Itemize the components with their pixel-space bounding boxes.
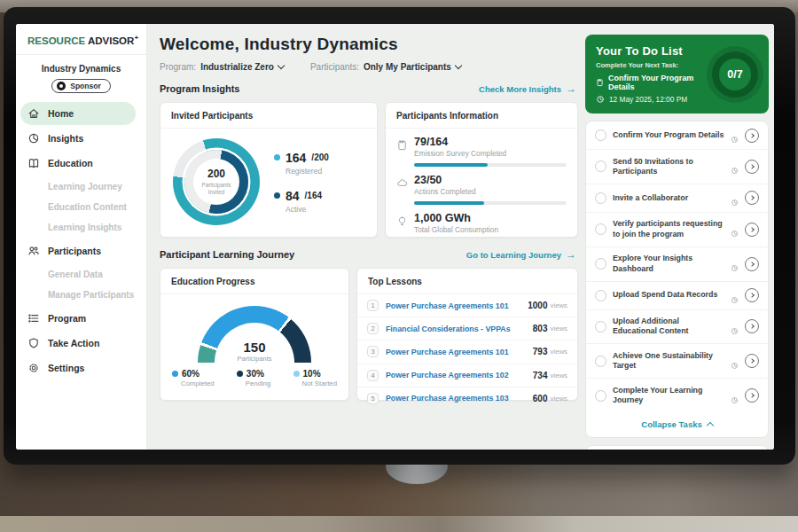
- task-row[interactable]: Invite a Collaborator: [586, 184, 768, 213]
- task-open-button[interactable]: [745, 288, 759, 302]
- sidebar-item-participants[interactable]: Participants: [16, 239, 146, 262]
- next-task-due: 12 May 2025, 12:00 PM: [609, 95, 687, 104]
- task-open-button[interactable]: [745, 319, 759, 333]
- chevron-right-icon: [749, 196, 755, 201]
- top-lessons-card: Top Lessons 1 Power Purchase Agreements …: [356, 268, 578, 401]
- task-open-button[interactable]: [745, 354, 759, 368]
- app-logo: RESOURCE ADVISOR+: [16, 34, 146, 55]
- clock-icon: [731, 323, 739, 331]
- task-row[interactable]: Send 50 Invitations to Participants: [586, 150, 768, 184]
- task-checkbox[interactable]: [595, 356, 606, 367]
- monitor-bezel: RESOURCE ADVISOR+ Industry Dynamics Spon…: [4, 7, 795, 465]
- todo-counter: 0/7: [712, 51, 758, 98]
- lightbulb-icon: [396, 215, 408, 226]
- card-title: Education Progress: [160, 269, 348, 294]
- task-row[interactable]: Explore Your Insights Dashboard: [586, 247, 768, 282]
- clock-icon: [731, 194, 739, 202]
- center-column: Welcome, Industry Dynamics Program: Indu…: [147, 24, 585, 450]
- task-open-button[interactable]: [745, 191, 759, 205]
- task-checkbox[interactable]: [595, 321, 606, 332]
- task-open-button[interactable]: [745, 160, 759, 174]
- invited-donut-chart: 200 Participants Invited: [173, 138, 260, 225]
- legend-active: 84/164 Active: [274, 189, 329, 214]
- chevron-right-icon: [749, 164, 755, 169]
- chevron-right-icon: [749, 133, 755, 138]
- sidebar-item-home[interactable]: Home: [20, 102, 136, 125]
- task-open-button[interactable]: [745, 257, 759, 271]
- task-checkbox[interactable]: [595, 290, 606, 301]
- task-checkbox[interactable]: [595, 129, 606, 141]
- task-checkbox[interactable]: [595, 160, 606, 172]
- chevron-down-icon: [455, 62, 462, 69]
- sidebar-item-learning-insights[interactable]: Learning Insights: [16, 217, 146, 238]
- lesson-row: 2 Financial Considerations - VPPAs 803 v…: [357, 317, 577, 340]
- chevron-right-icon: [749, 227, 755, 232]
- task-list: Confirm Your Program Details Send 50 Inv…: [585, 121, 769, 438]
- lesson-link[interactable]: Power Purchase Agreements 103: [386, 394, 533, 403]
- check-more-insights-link[interactable]: Check More Insights →: [479, 82, 576, 95]
- lesson-link[interactable]: Financial Considerations - VPPAs: [386, 325, 533, 333]
- todo-panel: Your To Do List Complete Your Next Task:…: [585, 24, 774, 450]
- stat-actions-completed: 23/50 Actions Completed: [386, 167, 577, 205]
- task-row[interactable]: Complete Your Learning Journey: [586, 379, 768, 412]
- task-row[interactable]: Verify participants requesting to join t…: [586, 213, 768, 247]
- sidebar-item-manage-participants[interactable]: Manage Participants: [16, 285, 146, 305]
- rank-badge: 2: [367, 323, 379, 334]
- participants-information-card: Participants Information 79/164 Emission…: [385, 102, 578, 238]
- participants-dropdown[interactable]: Participants: Only My Participants: [310, 62, 461, 72]
- task-row[interactable]: Upload Spend Data Records: [586, 282, 768, 310]
- task-checkbox[interactable]: [595, 258, 606, 270]
- go-to-learning-journey-link[interactable]: Go to Learning Journey →: [466, 248, 576, 261]
- sponsor-badge: Sponsor: [51, 79, 110, 93]
- sidebar-item-education[interactable]: Education: [16, 152, 146, 175]
- section-title: Participant Learning Journey: [160, 249, 294, 260]
- logo-plus: +: [134, 34, 138, 42]
- task-checkbox[interactable]: [595, 223, 606, 235]
- sidebar-item-settings[interactable]: Settings: [16, 356, 146, 379]
- sidebar-item-education-content[interactable]: Education Content: [16, 197, 146, 217]
- task-checkbox[interactable]: [595, 192, 606, 204]
- sidebar-item-general-data[interactable]: General Data: [16, 264, 146, 285]
- shield-icon: [27, 337, 40, 349]
- logo-primary: RESOURCE: [27, 35, 85, 46]
- page-title: Welcome, Industry Dynamics: [160, 35, 578, 54]
- sidebar-item-learning-journey[interactable]: Learning Journey: [16, 176, 146, 197]
- program-insights-header: Program Insights Check More Insights →: [160, 82, 576, 95]
- task-checkbox[interactable]: [595, 390, 606, 402]
- active-dot: [274, 192, 280, 199]
- sponsor-label: Sponsor: [70, 82, 100, 90]
- task-open-button[interactable]: [745, 223, 759, 237]
- task-row[interactable]: Upload Additional Educational Content: [586, 310, 768, 345]
- completed-dot: [172, 371, 178, 377]
- clock-icon: [731, 392, 739, 400]
- screen: RESOURCE ADVISOR+ Industry Dynamics Spon…: [16, 24, 774, 450]
- sidebar-item-insights[interactable]: Insights: [16, 127, 146, 150]
- program-dropdown[interactable]: Program: Industrialize Zero: [160, 62, 284, 72]
- filter-bar: Program: Industrialize Zero Participants…: [160, 62, 578, 72]
- legend-registered: 164/200 Registered: [274, 151, 329, 176]
- lesson-row: 5 Power Purchase Agreements 103 600 view…: [357, 387, 577, 410]
- sidebar-item-take-action[interactable]: Take Action: [16, 332, 146, 355]
- home-icon: [27, 107, 40, 120]
- cloud-icon: [396, 176, 408, 188]
- stat-consumption: 1,000 GWh Total Global Consumption: [386, 205, 577, 234]
- task-row[interactable]: Confirm Your Program Details: [586, 121, 768, 150]
- todo-summary-card: Your To Do List Complete Your Next Task:…: [585, 35, 769, 113]
- rank-badge: 5: [367, 393, 379, 404]
- collapse-tasks-link[interactable]: Collapse Tasks: [586, 412, 768, 437]
- lesson-link[interactable]: Power Purchase Agreements 101: [386, 348, 533, 356]
- chevron-right-icon: [749, 325, 755, 330]
- todo-subtitle: Complete Your Next Task:: [596, 61, 712, 69]
- task-open-button[interactable]: [745, 129, 759, 143]
- rank-badge: 1: [367, 300, 379, 311]
- next-task-label: Confirm Your Program Details: [608, 74, 712, 91]
- lesson-link[interactable]: Power Purchase Agreements 102: [386, 371, 533, 379]
- task-row[interactable]: Achieve One Sustainability Target: [586, 344, 768, 379]
- sidebar-item-program[interactable]: Program: [16, 307, 146, 330]
- participants-label: Participants:: [310, 62, 359, 72]
- section-title: Program Insights: [160, 83, 239, 94]
- lesson-link[interactable]: Power Purchase Agreements 101: [386, 301, 528, 310]
- pending-dot: [237, 371, 243, 377]
- task-open-button[interactable]: [745, 388, 759, 403]
- participants-value: Only My Participants: [364, 62, 451, 72]
